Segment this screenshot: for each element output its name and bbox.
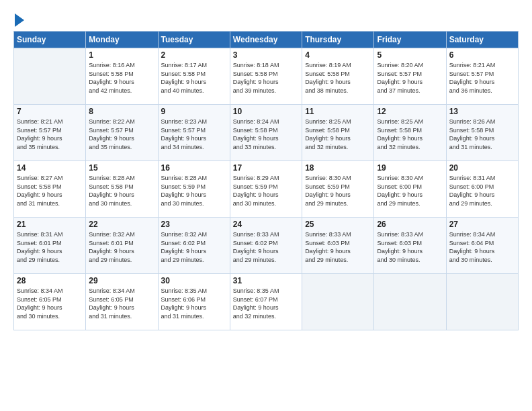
- calendar-cell: 8Sunrise: 8:22 AMSunset: 5:57 PMDaylight…: [86, 105, 158, 161]
- calendar-cell: 11Sunrise: 8:25 AMSunset: 5:58 PMDayligh…: [302, 105, 374, 161]
- calendar-header-wednesday: Wednesday: [230, 32, 302, 48]
- calendar-cell: 24Sunrise: 8:33 AMSunset: 6:02 PMDayligh…: [230, 218, 302, 274]
- calendar-cell: [446, 274, 518, 330]
- day-info: Sunrise: 8:24 AMSunset: 5:58 PMDaylight:…: [233, 118, 299, 151]
- calendar-week-row: 21Sunrise: 8:31 AMSunset: 6:01 PMDayligh…: [14, 218, 519, 274]
- day-info: Sunrise: 8:31 AMSunset: 6:01 PMDaylight:…: [17, 230, 83, 264]
- calendar-table: SundayMondayTuesdayWednesdayThursdayFrid…: [13, 31, 519, 330]
- calendar-cell: 1Sunrise: 8:16 AMSunset: 5:58 PMDaylight…: [86, 48, 158, 105]
- calendar-cell: 16Sunrise: 8:28 AMSunset: 5:59 PMDayligh…: [158, 161, 230, 218]
- calendar-cell: 25Sunrise: 8:33 AMSunset: 6:03 PMDayligh…: [302, 218, 374, 274]
- calendar-week-row: 28Sunrise: 8:34 AMSunset: 6:05 PMDayligh…: [14, 274, 519, 330]
- day-number: 30: [161, 276, 227, 285]
- calendar-cell: 15Sunrise: 8:28 AMSunset: 5:58 PMDayligh…: [86, 161, 158, 218]
- day-info: Sunrise: 8:29 AMSunset: 5:59 PMDaylight:…: [233, 174, 299, 208]
- day-number: 1: [89, 50, 154, 60]
- day-number: 15: [89, 163, 154, 173]
- day-number: 4: [305, 50, 371, 60]
- day-number: 25: [305, 220, 371, 229]
- day-number: 5: [377, 50, 443, 60]
- calendar-cell: 12Sunrise: 8:25 AMSunset: 5:58 PMDayligh…: [374, 105, 446, 161]
- calendar-cell: 27Sunrise: 8:34 AMSunset: 6:04 PMDayligh…: [446, 218, 518, 274]
- day-number: 10: [233, 107, 299, 116]
- day-info: Sunrise: 8:31 AMSunset: 6:00 PMDaylight:…: [449, 174, 515, 208]
- day-info: Sunrise: 8:25 AMSunset: 5:58 PMDaylight:…: [305, 118, 371, 151]
- calendar-cell: 30Sunrise: 8:35 AMSunset: 6:06 PMDayligh…: [158, 274, 230, 330]
- day-number: 9: [161, 107, 227, 116]
- day-number: 23: [161, 220, 227, 229]
- calendar-cell: 23Sunrise: 8:32 AMSunset: 6:02 PMDayligh…: [158, 218, 230, 274]
- day-info: Sunrise: 8:18 AMSunset: 5:58 PMDaylight:…: [233, 61, 299, 95]
- day-info: Sunrise: 8:22 AMSunset: 5:57 PMDaylight:…: [89, 118, 154, 151]
- day-info: Sunrise: 8:33 AMSunset: 6:02 PMDaylight:…: [233, 230, 299, 264]
- calendar-week-row: 1Sunrise: 8:16 AMSunset: 5:58 PMDaylight…: [14, 48, 519, 105]
- day-number: 28: [17, 276, 83, 285]
- calendar-cell: [302, 274, 374, 330]
- calendar-header-monday: Monday: [86, 32, 158, 48]
- day-info: Sunrise: 8:35 AMSunset: 6:07 PMDaylight:…: [233, 287, 299, 320]
- calendar-cell: 5Sunrise: 8:20 AMSunset: 5:57 PMDaylight…: [374, 48, 446, 105]
- calendar-cell: 4Sunrise: 8:19 AMSunset: 5:58 PMDaylight…: [302, 48, 374, 105]
- day-info: Sunrise: 8:34 AMSunset: 6:05 PMDaylight:…: [89, 287, 154, 320]
- calendar-header-row: SundayMondayTuesdayWednesdayThursdayFrid…: [14, 32, 519, 48]
- calendar-cell: 31Sunrise: 8:35 AMSunset: 6:07 PMDayligh…: [230, 274, 302, 330]
- day-number: 18: [305, 163, 371, 173]
- calendar-header-thursday: Thursday: [302, 32, 374, 48]
- day-number: 6: [449, 50, 515, 60]
- day-info: Sunrise: 8:21 AMSunset: 5:57 PMDaylight:…: [449, 61, 515, 95]
- day-number: 2: [161, 50, 227, 60]
- calendar-header-tuesday: Tuesday: [158, 32, 230, 48]
- day-info: Sunrise: 8:23 AMSunset: 5:57 PMDaylight:…: [161, 118, 227, 151]
- calendar-cell: 14Sunrise: 8:27 AMSunset: 5:58 PMDayligh…: [14, 161, 86, 218]
- day-info: Sunrise: 8:20 AMSunset: 5:57 PMDaylight:…: [377, 61, 443, 95]
- calendar-header-friday: Friday: [374, 32, 446, 48]
- day-number: 3: [233, 50, 299, 60]
- day-number: 20: [449, 163, 515, 173]
- calendar-week-row: 7Sunrise: 8:21 AMSunset: 5:57 PMDaylight…: [14, 105, 519, 161]
- day-number: 8: [89, 107, 154, 116]
- calendar-cell: [374, 274, 446, 330]
- day-number: 13: [449, 107, 515, 116]
- day-number: 24: [233, 220, 299, 229]
- day-number: 16: [161, 163, 227, 173]
- day-info: Sunrise: 8:28 AMSunset: 5:58 PMDaylight:…: [89, 174, 154, 208]
- calendar-cell: 26Sunrise: 8:33 AMSunset: 6:03 PMDayligh…: [374, 218, 446, 274]
- day-info: Sunrise: 8:26 AMSunset: 5:58 PMDaylight:…: [449, 118, 515, 151]
- day-number: 31: [233, 276, 299, 285]
- day-number: 14: [17, 163, 83, 173]
- day-info: Sunrise: 8:21 AMSunset: 5:57 PMDaylight:…: [17, 118, 83, 151]
- calendar-cell: 13Sunrise: 8:26 AMSunset: 5:58 PMDayligh…: [446, 105, 518, 161]
- day-info: Sunrise: 8:33 AMSunset: 6:03 PMDaylight:…: [377, 230, 443, 264]
- day-number: 19: [377, 163, 443, 173]
- calendar-header-saturday: Saturday: [446, 32, 518, 48]
- calendar-header-sunday: Sunday: [14, 32, 86, 48]
- header-area: [13, 12, 519, 27]
- day-number: 26: [377, 220, 443, 229]
- day-info: Sunrise: 8:30 AMSunset: 6:00 PMDaylight:…: [377, 174, 443, 208]
- calendar-cell: 20Sunrise: 8:31 AMSunset: 6:00 PMDayligh…: [446, 161, 518, 218]
- day-info: Sunrise: 8:35 AMSunset: 6:06 PMDaylight:…: [161, 287, 227, 320]
- calendar-cell: 19Sunrise: 8:30 AMSunset: 6:00 PMDayligh…: [374, 161, 446, 218]
- day-number: 27: [449, 220, 515, 229]
- day-info: Sunrise: 8:34 AMSunset: 6:05 PMDaylight:…: [17, 287, 83, 320]
- day-info: Sunrise: 8:28 AMSunset: 5:59 PMDaylight:…: [161, 174, 227, 208]
- day-number: 12: [377, 107, 443, 116]
- day-number: 17: [233, 163, 299, 173]
- calendar-cell: [14, 48, 86, 105]
- page: SundayMondayTuesdayWednesdayThursdayFrid…: [0, 0, 532, 411]
- calendar-cell: 29Sunrise: 8:34 AMSunset: 6:05 PMDayligh…: [86, 274, 158, 330]
- calendar-cell: 18Sunrise: 8:30 AMSunset: 5:59 PMDayligh…: [302, 161, 374, 218]
- logo-arrow-icon: [15, 13, 24, 27]
- day-info: Sunrise: 8:19 AMSunset: 5:58 PMDaylight:…: [305, 61, 371, 95]
- day-info: Sunrise: 8:30 AMSunset: 5:59 PMDaylight:…: [305, 174, 371, 208]
- day-info: Sunrise: 8:32 AMSunset: 6:02 PMDaylight:…: [161, 230, 227, 264]
- day-number: 29: [89, 276, 154, 285]
- day-info: Sunrise: 8:17 AMSunset: 5:58 PMDaylight:…: [161, 61, 227, 95]
- calendar-cell: 10Sunrise: 8:24 AMSunset: 5:58 PMDayligh…: [230, 105, 302, 161]
- logo: [13, 15, 24, 27]
- day-info: Sunrise: 8:25 AMSunset: 5:58 PMDaylight:…: [377, 118, 443, 151]
- day-info: Sunrise: 8:33 AMSunset: 6:03 PMDaylight:…: [305, 230, 371, 264]
- calendar-cell: 3Sunrise: 8:18 AMSunset: 5:58 PMDaylight…: [230, 48, 302, 105]
- calendar-cell: 28Sunrise: 8:34 AMSunset: 6:05 PMDayligh…: [14, 274, 86, 330]
- calendar-cell: 21Sunrise: 8:31 AMSunset: 6:01 PMDayligh…: [14, 218, 86, 274]
